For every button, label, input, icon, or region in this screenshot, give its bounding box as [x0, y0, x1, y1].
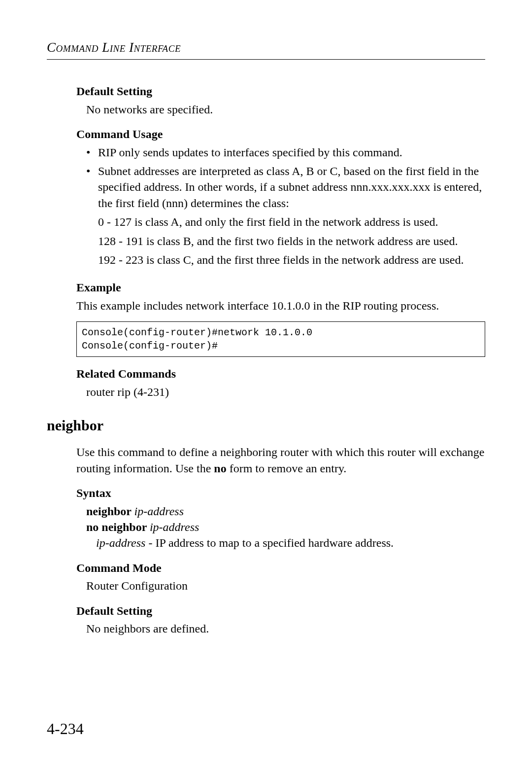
page: Command Line Interface Default Setting N…: [0, 0, 532, 774]
syntax-arg: ip-address: [134, 505, 184, 518]
syntax-desc-arg: ip-address: [96, 536, 145, 549]
intro-post: form to remove an entry.: [227, 462, 347, 475]
heading-command-mode: Command Mode: [76, 560, 485, 576]
class-line: 128 - 191 is class B, and the first two …: [98, 233, 485, 249]
list-item: Subnet addresses are interpreted as clas…: [86, 163, 485, 268]
section-neighbor-default: Default Setting No neighbors are defined…: [76, 603, 485, 637]
list-item-text: RIP only sends updates to interfaces spe…: [98, 146, 402, 159]
class-line: 0 - 127 is class A, and only the first f…: [98, 214, 485, 230]
text-related-commands: router rip (4-231): [86, 384, 485, 400]
heading-example: Example: [76, 280, 485, 295]
list-item-text: Subnet addresses are interpreted as clas…: [98, 165, 482, 210]
section-related-commands: Related Commands router rip (4-231): [76, 366, 485, 400]
list-item: RIP only sends updates to interfaces spe…: [86, 144, 485, 160]
section-command-mode: Command Mode Router Configuration: [76, 560, 485, 594]
syntax-keyword: no neighbor: [86, 521, 150, 533]
console-block: Console(config-router)#network 10.1.0.0 …: [76, 321, 485, 357]
text-command-mode: Router Configuration: [86, 578, 485, 594]
syntax-arg: ip-address: [150, 521, 199, 533]
heading-command-usage: Command Usage: [76, 126, 485, 142]
section-syntax: Syntax neighbor ip-address no neighbor i…: [76, 485, 485, 551]
neighbor-intro: Use this command to define a neighboring…: [76, 444, 485, 476]
command-usage-list: RIP only sends updates to interfaces spe…: [86, 144, 485, 268]
heading-default-setting: Default Setting: [76, 83, 485, 99]
intro-bold-no: no: [214, 462, 226, 475]
page-number: 4-234: [47, 718, 84, 739]
running-header: Command Line Interface: [47, 38, 485, 60]
example-intro: This example includes network interface …: [76, 298, 485, 314]
heading-syntax: Syntax: [76, 485, 485, 501]
command-title-neighbor: neighbor: [47, 416, 485, 436]
heading-neighbor-default: Default Setting: [76, 603, 485, 619]
section-default-setting: Default Setting No networks are specifie…: [76, 83, 485, 117]
heading-related-commands: Related Commands: [76, 366, 485, 382]
section-example: Example: [76, 280, 485, 295]
class-line: 192 - 223 is class C, and the first thre…: [98, 252, 485, 268]
syntax-desc-text: - IP address to map to a specified hardw…: [145, 536, 394, 549]
syntax-line-2: no neighbor ip-address: [86, 519, 485, 535]
text-neighbor-default: No neighbors are defined.: [86, 621, 485, 636]
section-command-usage: Command Usage RIP only sends updates to …: [76, 126, 485, 268]
syntax-desc: ip-address - IP address to map to a spec…: [96, 535, 485, 551]
syntax-line-1: neighbor ip-address: [86, 503, 485, 519]
console-output: Console(config-router)#network 10.1.0.0 …: [76, 321, 485, 357]
text-default-setting: No networks are specified.: [86, 102, 485, 117]
syntax-keyword: neighbor: [86, 505, 134, 518]
